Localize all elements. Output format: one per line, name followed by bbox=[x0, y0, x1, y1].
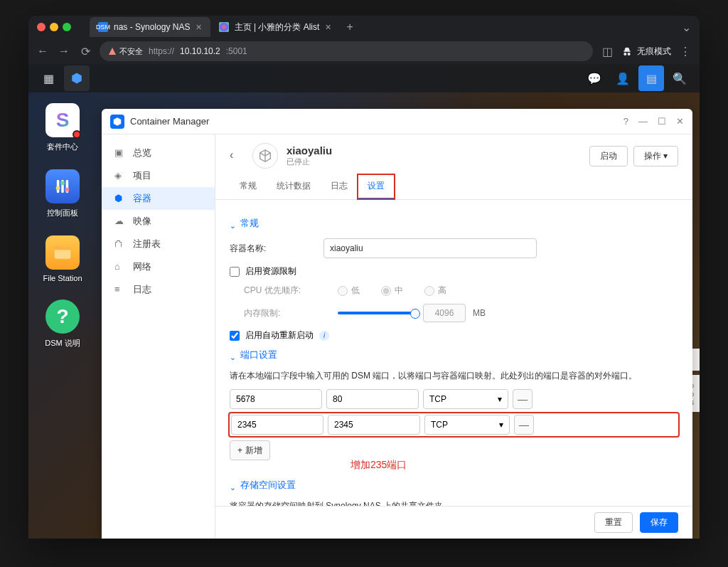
url-bar-row: ← → ⟳ 不安全 https://10.10.10.2:5001 ◫ 无痕模式… bbox=[28, 38, 700, 64]
add-port-button[interactable]: + 新增 bbox=[230, 440, 270, 460]
app-icon bbox=[110, 115, 124, 129]
cpu-high-radio bbox=[424, 286, 434, 296]
desktop-icons: S 套件中心 控制面板 File Station ? DSM 说明 bbox=[34, 103, 91, 349]
sidebar: ▣总览 ◈项目 ⬢容器 ☁映像 ⛫注册表 ⌂网络 ≡日志 bbox=[102, 134, 215, 539]
footer-bar: 重置 保存 bbox=[215, 506, 692, 539]
section-port[interactable]: 端口设置 bbox=[230, 349, 678, 361]
port-row-1: TCP▾ — bbox=[230, 389, 678, 409]
remove-port-button[interactable]: — bbox=[513, 389, 532, 409]
close-icon[interactable]: ✕ bbox=[676, 116, 684, 127]
back-icon[interactable]: ← bbox=[36, 45, 50, 58]
operations-button[interactable]: 操作 ▾ bbox=[633, 146, 678, 166]
browser-tabs: DSM nas - Synology NAS × 主页 | 小雅的分类 Alis… bbox=[90, 17, 360, 37]
container-port-input[interactable] bbox=[328, 415, 420, 435]
menu-icon[interactable]: ⋮ bbox=[678, 45, 692, 58]
reload-icon[interactable]: ⟳ bbox=[78, 45, 92, 58]
tab-settings[interactable]: 设置 bbox=[358, 174, 395, 199]
form-area: 常规 容器名称: 启用资源限制 CPU 优先顺序: 低 bbox=[215, 200, 692, 539]
container-name-input[interactable] bbox=[323, 238, 537, 258]
info-icon[interactable]: i bbox=[319, 331, 329, 341]
local-port-input[interactable] bbox=[231, 415, 323, 435]
sidebar-item-container[interactable]: ⬢容器 bbox=[102, 187, 215, 210]
port-row-2: TCP▾ — bbox=[230, 413, 678, 436]
dsm-desktop: ▦ 💬 👤 ▤ 🔍 S 套件中心 控制面板 File Station ? bbox=[28, 64, 700, 539]
sidebar-item-registry[interactable]: ⛫注册表 bbox=[102, 233, 215, 255]
tab-stats[interactable]: 统计数据 bbox=[267, 174, 321, 199]
resource-limit-checkbox[interactable] bbox=[230, 267, 240, 277]
tab-log[interactable]: 日志 bbox=[321, 174, 358, 199]
minimize-icon[interactable]: — bbox=[638, 116, 648, 127]
sidebar-item-log[interactable]: ≡日志 bbox=[102, 278, 215, 301]
detail-tabs: 常规 统计数据 日志 设置 bbox=[215, 169, 692, 200]
tab-title: 主页 | 小雅的分类 Alist bbox=[235, 21, 320, 33]
remove-port-button[interactable]: — bbox=[514, 415, 534, 435]
maximize-window-btn[interactable] bbox=[63, 23, 71, 31]
sidebar-item-overview[interactable]: ▣总览 bbox=[102, 142, 215, 164]
browser-tab-2[interactable]: 主页 | 小雅的分类 Alist × bbox=[210, 17, 340, 37]
user-icon[interactable]: 👤 bbox=[610, 65, 636, 91]
chat-icon[interactable]: 💬 bbox=[582, 65, 607, 91]
sidebar-item-network[interactable]: ⌂网络 bbox=[102, 255, 215, 278]
svg-point-5 bbox=[65, 188, 70, 192]
local-port-input[interactable] bbox=[230, 389, 322, 409]
mem-unit: MB bbox=[473, 308, 486, 318]
browser-window: DSM nas - Synology NAS × 主页 | 小雅的分类 Alis… bbox=[28, 16, 700, 539]
auto-restart-checkbox[interactable] bbox=[230, 331, 240, 341]
minimize-window-btn[interactable] bbox=[50, 23, 58, 31]
cpu-label: CPU 优先顺序: bbox=[244, 285, 329, 297]
save-button[interactable]: 保存 bbox=[640, 512, 678, 533]
mem-label: 内存限制: bbox=[244, 307, 329, 319]
back-icon[interactable]: ‹ bbox=[230, 149, 244, 163]
container-manager-taskbar-icon[interactable] bbox=[64, 65, 90, 91]
desktop-icon-package-center[interactable]: S 套件中心 bbox=[34, 103, 91, 152]
svg-point-4 bbox=[60, 181, 65, 185]
panel-header: ‹ xiaoyaliu 已停止 启动 操作 ▾ bbox=[215, 134, 692, 169]
name-label: 容器名称: bbox=[230, 243, 315, 255]
url-port: :5001 bbox=[226, 46, 247, 56]
dsm-topbar: ▦ 💬 👤 ▤ 🔍 bbox=[28, 64, 700, 92]
favicon: DSM bbox=[98, 22, 108, 32]
insecure-badge[interactable]: 不安全 bbox=[108, 46, 143, 57]
protocol-select[interactable]: TCP▾ bbox=[423, 389, 508, 409]
cpu-mid-radio bbox=[381, 286, 391, 296]
apps-menu-icon[interactable]: ▦ bbox=[36, 65, 61, 91]
port-help: 请在本地端口字段中输入可用的 DSM 端口，以将端口与容器端口映射。此处列出的端… bbox=[230, 370, 678, 382]
new-tab-button[interactable]: + bbox=[340, 21, 360, 33]
address-bar[interactable]: 不安全 https://10.10.10.2:5001 bbox=[100, 41, 593, 61]
forward-icon[interactable]: → bbox=[57, 45, 71, 58]
url-scheme: https:// bbox=[149, 46, 174, 56]
favicon bbox=[219, 22, 229, 32]
maximize-icon[interactable]: ☐ bbox=[658, 116, 666, 127]
section-general[interactable]: 常规 bbox=[230, 217, 678, 230]
desktop-icon-help[interactable]: ? DSM 说明 bbox=[34, 300, 91, 349]
container-manager-window: Container Manager ? — ☐ ✕ ▣总览 ◈项目 ⬢容器 ☁映… bbox=[102, 109, 692, 539]
port-table: TCP▾ — TCP▾ — bbox=[230, 389, 678, 436]
title-bar: DSM nas - Synology NAS × 主页 | 小雅的分类 Alis… bbox=[28, 16, 700, 38]
close-tab-icon[interactable]: × bbox=[196, 21, 201, 33]
search-icon[interactable]: 🔍 bbox=[667, 65, 692, 91]
protocol-select[interactable]: TCP▾ bbox=[424, 415, 510, 435]
desktop-icon-control-panel[interactable]: 控制面板 bbox=[34, 169, 91, 218]
container-avatar-icon bbox=[252, 143, 278, 169]
widgets-icon[interactable]: ▤ bbox=[638, 65, 664, 91]
desktop-icon-file-station[interactable]: File Station bbox=[34, 235, 91, 282]
close-window-btn[interactable] bbox=[37, 23, 46, 31]
cpu-low-radio bbox=[338, 286, 348, 296]
chevron-down-icon[interactable]: ⌄ bbox=[682, 21, 691, 34]
help-icon[interactable]: ? bbox=[623, 116, 628, 127]
reset-button[interactable]: 重置 bbox=[594, 512, 633, 533]
sidebar-item-project[interactable]: ◈项目 bbox=[102, 164, 215, 187]
svg-point-3 bbox=[56, 186, 60, 190]
container-port-input[interactable] bbox=[326, 389, 419, 409]
close-tab-icon[interactable]: × bbox=[325, 21, 331, 33]
start-button[interactable]: 启动 bbox=[589, 146, 628, 166]
browser-tab-1[interactable]: DSM nas - Synology NAS × bbox=[90, 17, 210, 37]
container-name: xiaoyaliu bbox=[287, 144, 332, 157]
window-title: Container Manager bbox=[130, 116, 209, 127]
section-volume[interactable]: 存储空间设置 bbox=[230, 479, 678, 492]
memory-slider bbox=[338, 312, 416, 314]
auto-restart-label: 启用自动重新启动 bbox=[245, 329, 314, 341]
tab-general[interactable]: 常规 bbox=[230, 174, 267, 199]
extension-icon[interactable]: ◫ bbox=[600, 45, 614, 58]
sidebar-item-image[interactable]: ☁映像 bbox=[102, 210, 215, 233]
